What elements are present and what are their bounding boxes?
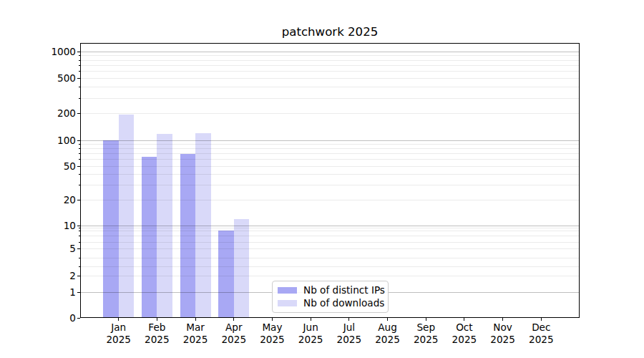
y-gridline-minor [81, 248, 579, 249]
x-tick-mark [272, 318, 273, 321]
y-tick-label: 2 [21, 271, 76, 281]
x-tick-mark [118, 318, 119, 321]
y-minor-tick-mark [79, 144, 80, 145]
bar-distinct-ips-apr [218, 231, 234, 317]
y-minor-tick-mark [79, 55, 80, 56]
y-minor-tick-mark [79, 65, 80, 66]
x-tick-mark [541, 318, 542, 321]
y-gridline-minor [81, 98, 579, 99]
legend-swatch-distinct-ips [278, 287, 297, 294]
y-minor-tick-mark [79, 159, 80, 160]
y-tick-label: 10 [21, 221, 76, 231]
y-gridline-minor [81, 266, 579, 267]
y-tick-mark [77, 226, 80, 226]
y-gridline-major [81, 140, 579, 141]
y-tick-mark [77, 292, 80, 293]
x-tick-mark [233, 318, 234, 321]
y-minor-tick-mark [79, 266, 80, 267]
y-minor-tick-mark [79, 185, 80, 185]
y-minor-tick-mark [79, 113, 80, 114]
y-tick-mark [77, 318, 80, 319]
y-tick-mark [77, 52, 80, 52]
bar-distinct-ips-feb [142, 157, 157, 317]
y-tick-mark [77, 140, 80, 141]
x-tick-mark [502, 318, 503, 321]
y-gridline-minor [81, 166, 579, 167]
y-gridline-minor [81, 231, 579, 231]
y-minor-tick-mark [79, 242, 80, 243]
y-gridline-minor [81, 65, 579, 66]
legend-label-distinct-ips: Nb of distinct IPs [303, 285, 385, 296]
y-gridline-minor [81, 258, 579, 258]
y-gridline-minor [81, 144, 579, 145]
y-gridline-minor [81, 174, 579, 175]
y-minor-tick-mark [79, 60, 80, 61]
x-tick-label: Dec2025 [518, 321, 564, 345]
y-tick-label: 50 [21, 161, 76, 172]
y-tick-label: 1 [21, 287, 76, 298]
x-tick-label-year: 2025 [518, 334, 564, 346]
y-gridline-minor [81, 60, 579, 61]
y-minor-tick-mark [79, 236, 80, 236]
y-minor-tick-mark [79, 166, 80, 167]
y-gridline-major [81, 52, 579, 52]
y-gridline-minor [81, 236, 579, 236]
y-minor-tick-mark [79, 200, 80, 200]
y-minor-tick-mark [79, 148, 80, 149]
x-tick-mark [311, 318, 311, 321]
bar-distinct-ips-jan [103, 140, 119, 317]
y-gridline-minor [81, 78, 579, 79]
y-tick-label: 0 [21, 313, 76, 324]
y-gridline-minor [81, 242, 579, 243]
x-tick-mark [464, 318, 464, 321]
x-tick-mark [195, 318, 196, 321]
bar-downloads-apr [234, 219, 250, 317]
y-minor-tick-mark [79, 71, 80, 72]
y-gridline-minor [81, 71, 579, 72]
legend-swatch-downloads [278, 300, 297, 306]
y-tick-label: 5 [21, 243, 76, 254]
x-tick-label-month: Dec [518, 321, 564, 334]
y-minor-tick-mark [79, 78, 80, 79]
legend-item-downloads: Nb of downloads [278, 298, 383, 309]
y-gridline-major [81, 226, 579, 226]
y-minor-tick-mark [79, 98, 80, 99]
y-minor-tick-mark [79, 87, 80, 87]
y-gridline-minor [81, 148, 579, 149]
y-tick-label: 1000 [21, 47, 76, 57]
y-minor-tick-mark [79, 276, 80, 276]
y-gridline-minor [81, 55, 579, 56]
y-minor-tick-mark [79, 228, 80, 228]
y-tick-label: 500 [21, 73, 76, 84]
chart-title: patchwork 2025 [80, 26, 580, 39]
y-gridline-minor [81, 87, 579, 87]
y-gridline-minor [81, 200, 579, 200]
y-minor-tick-mark [79, 153, 80, 154]
x-tick-mark [348, 318, 349, 321]
x-tick-mark [426, 318, 426, 321]
x-tick-mark [387, 318, 388, 321]
y-minor-tick-mark [79, 248, 80, 249]
x-tick-mark [157, 318, 157, 321]
y-tick-label: 100 [21, 135, 76, 146]
y-gridline-minor [81, 228, 579, 228]
bar-downloads-jan [119, 115, 135, 317]
y-minor-tick-mark [79, 231, 80, 231]
y-gridline-minor [81, 276, 579, 276]
chart-canvas: patchwork 2025 01251020501002005001000Ja… [0, 0, 644, 358]
y-gridline-minor [81, 159, 579, 160]
y-minor-tick-mark [79, 258, 80, 258]
y-gridline-minor [81, 185, 579, 185]
legend-item-distinct-ips: Nb of distinct IPs [278, 285, 383, 296]
y-minor-tick-mark [79, 174, 80, 175]
legend-label-downloads: Nb of downloads [303, 298, 384, 309]
y-gridline-minor [81, 153, 579, 154]
legend: Nb of distinct IPs Nb of downloads [272, 281, 389, 313]
y-gridline-minor [81, 113, 579, 114]
y-tick-label: 200 [21, 108, 76, 119]
y-tick-label: 20 [21, 195, 76, 205]
